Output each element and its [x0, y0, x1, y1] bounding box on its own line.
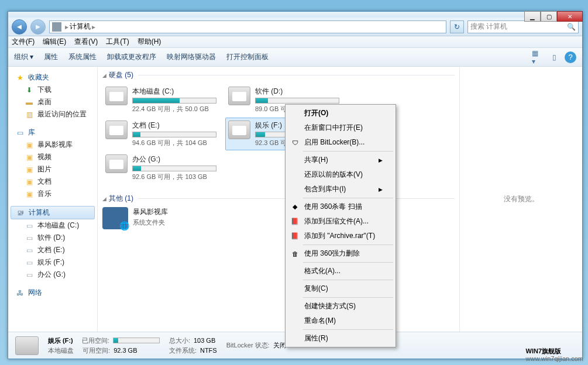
sidebar-drive[interactable]: ▭本地磁盘 (C:)	[11, 219, 95, 232]
drive-item[interactable]: 文档 (E:)94.6 GB 可用，共 104 GB	[102, 118, 219, 150]
sidebar-libraries[interactable]: ▭库	[11, 126, 95, 139]
sidebar-lib-item[interactable]: ▣视频	[11, 151, 95, 163]
search-placeholder: 搜索 计算机	[470, 22, 507, 32]
breadcrumb[interactable]: 计算机	[70, 22, 91, 32]
drive-icon	[105, 120, 128, 139]
sidebar-drive[interactable]: ▭娱乐 (F:)	[11, 256, 95, 268]
ctx-item[interactable]: 属性(R)	[287, 331, 394, 346]
forward-button[interactable]: ►	[30, 19, 46, 35]
minimize-button[interactable]: ▁	[524, 11, 541, 22]
ctx-item[interactable]: 📕添加到 "Archive.rar"(T)	[287, 229, 394, 243]
drive-icon	[15, 336, 39, 355]
folder-icon: ▣	[25, 140, 34, 150]
sidebar-network[interactable]: 🖧网络	[11, 287, 95, 299]
drive-item[interactable]: 本地磁盘 (C:)22.4 GB 可用，共 50.0 GB	[102, 84, 219, 116]
desktop-icon: ▬	[25, 98, 34, 107]
breadcrumb-sep: ▸	[92, 23, 95, 31]
tb-control-panel[interactable]: 打开控制面板	[226, 52, 269, 62]
tb-map-drive[interactable]: 映射网络驱动器	[167, 52, 216, 62]
search-input[interactable]: 搜索 计算机 🔍	[467, 20, 579, 33]
menubar: 文件(F) 编辑(E) 查看(V) 工具(T) 帮助(H)	[8, 36, 582, 48]
tb-uninstall[interactable]: 卸载或更改程序	[107, 52, 156, 62]
folder-icon: ▣	[25, 153, 34, 162]
back-button[interactable]: ◄	[12, 19, 27, 35]
preview-pane-button[interactable]: ▯	[548, 51, 560, 63]
ctx-item[interactable]: 🗑使用 360强力删除	[287, 246, 394, 261]
menu-tools[interactable]: 工具(T)	[106, 37, 129, 47]
drive-item[interactable]: 办公 (G:)92.6 GB 可用，共 103 GB	[102, 151, 219, 184]
menu-edit[interactable]: 编辑(E)	[43, 37, 66, 47]
sidebar-favorites[interactable]: ★收藏夹	[11, 71, 95, 84]
ctx-item[interactable]: 重命名(M)	[287, 314, 394, 328]
computer-icon	[52, 22, 61, 32]
capacity-bar	[255, 98, 339, 104]
sidebar-downloads[interactable]: ⬇下载	[11, 84, 95, 96]
tb-properties[interactable]: 属性	[44, 52, 58, 62]
category-other[interactable]: ◢其他 (1)	[98, 190, 459, 205]
ctx-item[interactable]: 创建快捷方式(S)	[287, 299, 394, 314]
titlebar[interactable]	[8, 12, 582, 18]
computer-icon: 🖳	[16, 208, 25, 218]
ctx-item[interactable]: 🛡启用 BitLocker(B)...	[287, 135, 394, 150]
help-button[interactable]: ?	[565, 51, 576, 63]
submenu-arrow-icon: ▶	[379, 157, 383, 163]
sidebar-drive[interactable]: ▭办公 (G:)	[11, 268, 95, 281]
ctx-item[interactable]: ◆使用 360杀毒 扫描	[287, 199, 394, 214]
baofeng-icon	[102, 207, 128, 229]
expand-icon: ◢	[102, 73, 106, 78]
drive-icon: ▭	[25, 221, 34, 230]
folder-icon: ▣	[25, 165, 34, 174]
maximize-button[interactable]: ▢	[541, 11, 557, 22]
drive-icon	[228, 120, 250, 139]
sb-usage-bar	[113, 338, 160, 343]
ctx-item[interactable]: 📕添加到压缩文件(A)...	[287, 214, 394, 229]
sidebar-drive[interactable]: ▭文档 (E:)	[11, 244, 95, 256]
drive-icon	[105, 154, 128, 173]
capacity-bar	[132, 166, 216, 171]
drive-icon: ▭	[25, 233, 34, 243]
ctx-item[interactable]: 还原以前的版本(V)	[287, 167, 394, 182]
ctx-item[interactable]: 复制(C)	[287, 281, 394, 296]
ctx-item[interactable]: 共享(H)▶	[287, 153, 394, 167]
refresh-button[interactable]: ↻	[450, 20, 464, 33]
ctx-icon: 📕	[290, 232, 300, 241]
ctx-item[interactable]: 打开(O)	[287, 106, 394, 120]
ctx-item[interactable]: 格式化(A)...	[287, 264, 394, 278]
drive-icon: ▭	[25, 270, 34, 280]
network-icon: 🖧	[15, 288, 25, 298]
sidebar-lib-item[interactable]: ▣图片	[11, 163, 95, 175]
drive-grid: 本地磁盘 (C:)22.4 GB 可用，共 50.0 GB软件 (D:)89.0…	[98, 81, 459, 190]
sidebar-lib-item[interactable]: ▣暴风影视库	[11, 139, 95, 151]
menu-view[interactable]: 查看(V)	[74, 37, 98, 47]
sidebar-computer[interactable]: 🖳计算机	[11, 206, 95, 219]
address-bar[interactable]: ▸ 计算机 ▸	[49, 20, 446, 33]
drive-text: 94.6 GB 可用，共 104 GB	[132, 139, 216, 147]
menu-file[interactable]: 文件(F)	[12, 37, 35, 47]
sidebar-desktop[interactable]: ▬桌面	[11, 96, 95, 108]
menu-help[interactable]: 帮助(H)	[137, 37, 161, 47]
tb-system-properties[interactable]: 系统属性	[68, 52, 97, 62]
ctx-item[interactable]: 包含到库中(I)▶	[287, 182, 394, 197]
recent-icon: ▥	[25, 110, 34, 119]
sidebar-recent[interactable]: ▥最近访问的位置	[11, 108, 95, 120]
address-row: ◄ ► ▸ 计算机 ▸ ↻ 搜索 计算机 🔍	[8, 18, 582, 36]
content-pane[interactable]: ◢硬盘 (5) 本地磁盘 (C:)22.4 GB 可用，共 50.0 GB软件 …	[98, 67, 459, 332]
view-button[interactable]: ▦ ▾	[532, 51, 544, 63]
capacity-bar	[132, 132, 216, 137]
drive-icon	[228, 87, 250, 105]
category-disks[interactable]: ◢硬盘 (5)	[98, 67, 459, 81]
folder-icon: ▣	[25, 177, 34, 187]
context-menu: 打开(O)在新窗口中打开(E)🛡启用 BitLocker(B)...共享(H)▶…	[285, 104, 396, 347]
other-item[interactable]: 暴风影视库 系统文件夹	[98, 205, 459, 232]
sidebar-lib-item[interactable]: ▣音乐	[11, 188, 95, 200]
sidebar-lib-item[interactable]: ▣文档	[11, 175, 95, 188]
close-button[interactable]: ✕	[557, 11, 583, 22]
drive-icon	[105, 87, 128, 105]
organize-button[interactable]: 组织 ▾	[14, 52, 33, 62]
capacity-bar	[132, 98, 216, 104]
sidebar-drive[interactable]: ▭软件 (D:)	[11, 232, 95, 244]
ctx-item[interactable]: 在新窗口中打开(E)	[287, 120, 394, 135]
drive-text: 92.6 GB 可用，共 103 GB	[132, 173, 216, 181]
drive-name: 本地磁盘 (C:)	[132, 87, 216, 97]
toolbar: 组织 ▾ 属性 系统属性 卸载或更改程序 映射网络驱动器 打开控制面板 ▦ ▾ …	[8, 48, 582, 67]
